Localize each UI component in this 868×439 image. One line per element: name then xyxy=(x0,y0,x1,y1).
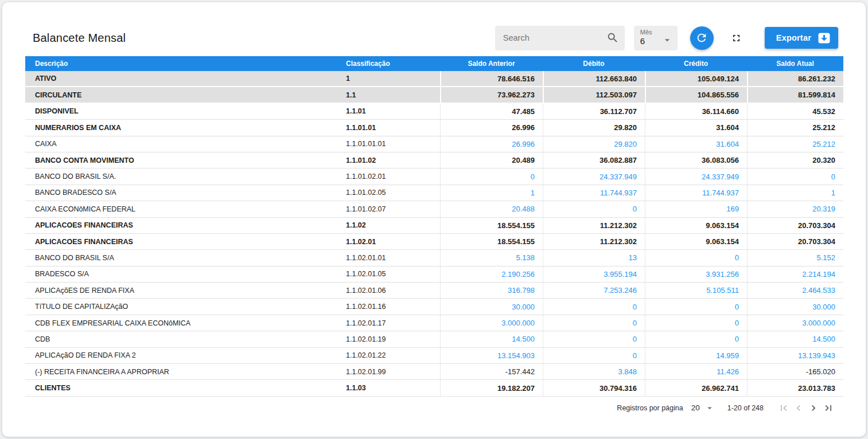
cell-value: 25.212 xyxy=(747,120,843,135)
per-page-label: Registros por página xyxy=(617,404,683,412)
cell-value: 11.212.302 xyxy=(543,234,645,249)
fullscreen-button[interactable] xyxy=(731,33,742,44)
search-box[interactable] xyxy=(495,26,625,50)
cell-value: 20.319 xyxy=(747,201,843,217)
cell-value: 7.253.246 xyxy=(543,283,645,298)
cell-classificacao: 1.1.01 xyxy=(341,104,440,119)
cell-value: 0 xyxy=(645,250,747,265)
column-header-saldo-atual[interactable]: Saldo Atual xyxy=(747,60,843,68)
per-page-value[interactable]: 20 xyxy=(691,403,700,412)
cell-value: 0 xyxy=(645,331,747,347)
column-header-debito[interactable]: Débito xyxy=(543,60,645,68)
cell-value: 30.000 xyxy=(747,299,843,314)
table-row[interactable]: BANCO DO BRASIL S/A.1.1.01.02.01024.337.… xyxy=(25,168,843,185)
cell-value: 20.489 xyxy=(440,152,543,168)
cell-descricao: CAIXA ECONôMICA FEDERAL xyxy=(25,201,341,217)
cell-value: 5.138 xyxy=(440,250,543,265)
cell-value: 23.013.783 xyxy=(747,380,843,395)
cell-classificacao: 1.1.02.01.16 xyxy=(341,299,440,314)
table-row[interactable]: APLICACOES FINANCEIRAS1.1.02.0118.554.15… xyxy=(25,234,843,250)
table-row[interactable]: CAIXA ECONôMICA FEDERAL1.1.01.02.0720.48… xyxy=(25,201,843,217)
cell-value: 2.214.194 xyxy=(747,266,843,282)
table-row[interactable]: CDB FLEX EMPRESARIAL CAIXA ECONôMICA1.1.… xyxy=(25,315,843,331)
table-row[interactable]: CAIXA1.1.01.01.0126.99629.82031.60425.21… xyxy=(25,136,843,152)
cell-classificacao: 1.1.01.02.07 xyxy=(341,201,440,217)
next-page-button[interactable] xyxy=(806,402,821,414)
cell-descricao: (-) RECEITA FINANCEIRA A APROPRIAR xyxy=(25,364,341,379)
page-range-label: 1-20 of 248 xyxy=(727,404,764,412)
cell-descricao: TíTULO DE CAPITALIZAçãO xyxy=(25,299,341,314)
cell-value: 3.848 xyxy=(543,364,645,379)
table-row[interactable]: APLICACOES FINANCEIRAS1.1.0218.554.15511… xyxy=(25,218,843,234)
cell-value: 26.962.741 xyxy=(645,380,747,395)
month-select[interactable]: Mês 6 xyxy=(634,26,678,50)
balance-table: Descrição Classificação Saldo Anterior D… xyxy=(25,56,843,397)
cell-value: 36.082.887 xyxy=(543,152,645,168)
table-row[interactable]: CDB1.1.02.01.1914.5000014.500 xyxy=(25,331,843,347)
column-header-classificacao[interactable]: Classificação xyxy=(341,60,440,68)
cell-classificacao: 1.1.02.01 xyxy=(341,234,440,249)
search-input[interactable] xyxy=(495,26,625,50)
cell-value: 24.337.949 xyxy=(543,168,645,184)
cell-value: 169 xyxy=(645,201,747,217)
export-button[interactable]: Exportar xyxy=(765,27,838,49)
first-page-icon xyxy=(778,402,789,414)
cell-value: 13.139.943 xyxy=(747,348,843,363)
cell-value: 0 xyxy=(747,168,843,184)
last-page-button[interactable] xyxy=(821,402,836,414)
paginator: Registros por página 20 1-20 of 248 xyxy=(2,397,866,420)
cell-descricao: CIRCULANTE xyxy=(25,87,341,102)
table-row[interactable]: ATIVO178.646.516112.663.840105.049.12486… xyxy=(25,71,843,87)
cell-classificacao: 1.1.01.02 xyxy=(341,152,440,168)
cell-value: 13 xyxy=(543,250,645,265)
cell-value: 5.152 xyxy=(747,250,843,265)
table-row[interactable]: NUMERARIOS EM CAIXA1.1.01.0126.99629.820… xyxy=(25,120,843,136)
table-row[interactable]: CLIENTES1.1.0319.182.20730.794.31626.962… xyxy=(25,380,843,396)
per-page-dropdown-icon[interactable] xyxy=(704,403,715,413)
cell-value: 20.703.304 xyxy=(747,218,843,233)
cell-value: 0 xyxy=(543,331,645,347)
cell-value: 73.962.273 xyxy=(440,87,543,102)
first-page-button[interactable] xyxy=(776,402,791,414)
cell-value: 0 xyxy=(543,315,645,331)
cell-descricao: BANCO CONTA MOVIMENTO xyxy=(25,152,341,168)
table-row[interactable]: BANCO CONTA MOVIMENTO1.1.01.0220.48936.0… xyxy=(25,152,843,168)
table-row[interactable]: (-) RECEITA FINANCEIRA A APROPRIAR1.1.02… xyxy=(25,364,843,380)
page-title: Balancete Mensal xyxy=(33,32,126,45)
table-row[interactable]: DISPONIVEL1.1.0147.48536.112.70736.114.6… xyxy=(25,104,843,120)
table-row[interactable]: APLICAçãO DE RENDA FIXA 21.1.02.01.2213.… xyxy=(25,348,843,364)
table-row[interactable]: TíTULO DE CAPITALIZAçãO1.1.02.01.1630.00… xyxy=(25,299,843,315)
cell-value: 29.820 xyxy=(543,136,645,152)
cell-classificacao: 1.1.01.01 xyxy=(341,120,440,135)
prev-page-icon xyxy=(793,402,804,414)
cell-value: 11.212.302 xyxy=(543,218,645,233)
cell-value: 13.154.903 xyxy=(440,348,543,363)
cell-descricao: BANCO DO BRASIL S/A. xyxy=(25,168,341,184)
refresh-button[interactable] xyxy=(690,26,714,50)
cell-value: 3.955.194 xyxy=(543,266,645,282)
cell-value: 26.996 xyxy=(440,120,543,135)
cell-value: 36.083.056 xyxy=(645,152,747,168)
cell-value: 14.500 xyxy=(747,331,843,347)
cell-value: 0 xyxy=(543,348,645,363)
prev-page-button[interactable] xyxy=(791,402,806,414)
table-row[interactable]: BANCO DO BRASIL S/A1.1.02.01.015.1381305… xyxy=(25,250,843,266)
cell-value: 3.931.256 xyxy=(645,266,747,282)
cell-value: 14.959 xyxy=(645,348,747,363)
cell-value: 47.485 xyxy=(440,104,543,119)
column-header-credito[interactable]: Crédito xyxy=(645,60,747,68)
cell-classificacao: 1.1.02.01.99 xyxy=(341,364,440,379)
next-page-icon xyxy=(808,402,819,414)
column-header-descricao[interactable]: Descrição xyxy=(25,60,341,68)
table-row[interactable]: BRADESCO S/A1.1.02.01.052.190.2563.955.1… xyxy=(25,266,843,283)
table-row[interactable]: APLICAçõES DE RENDA FIXA1.1.02.01.06316.… xyxy=(25,283,843,299)
table-row[interactable]: CIRCULANTE1.173.962.273112.503.097104.86… xyxy=(25,87,843,103)
cell-descricao: APLICACOES FINANCEIRAS xyxy=(25,234,341,249)
cell-value: 20.488 xyxy=(440,201,543,217)
cell-value: 0 xyxy=(645,299,747,314)
cell-descricao: APLICAçãO DE RENDA FIXA 2 xyxy=(25,348,341,363)
table-row[interactable]: BANCO BRADESCO S/A1.1.01.02.05111.744.93… xyxy=(25,185,843,201)
column-header-saldo-anterior[interactable]: Saldo Anterior xyxy=(440,60,543,68)
cell-value: 5.105.511 xyxy=(645,283,747,298)
cell-descricao: CDB FLEX EMPRESARIAL CAIXA ECONôMICA xyxy=(25,315,341,331)
